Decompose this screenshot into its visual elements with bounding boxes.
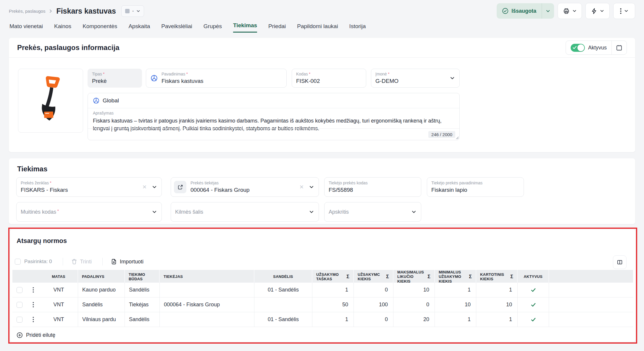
sigma-icon[interactable]: Σ xyxy=(346,274,349,279)
print-button[interactable] xyxy=(558,3,582,19)
row-menu-button[interactable] xyxy=(31,286,36,294)
resize-handle-icon[interactable] xyxy=(456,136,459,139)
chevron-down-icon[interactable] xyxy=(309,185,314,189)
supplier-item-name-label: Tiekėjo prekės pavadinimas xyxy=(431,181,519,186)
supplier-field[interactable]: Prekės tiekėjas 000064 - Fiskars Group ✕ xyxy=(171,177,319,197)
cell-padalinys: Kauno parduo xyxy=(78,283,125,297)
tab-bar: Mato vienetaiKainosKomponentėsApskaitaPa… xyxy=(9,21,366,33)
stock-norms-card: Atsargų normos Pasirinkta: 0 Trinti Impo… xyxy=(10,229,635,342)
tab-papildomi-laukai[interactable]: Papildomi laukai xyxy=(297,23,338,33)
type-label: Tipas xyxy=(92,72,138,77)
sigma-icon[interactable]: Σ xyxy=(510,274,513,279)
row-checkbox[interactable] xyxy=(17,317,22,323)
description-footer: 246 / 2000 xyxy=(88,128,459,140)
delete-button[interactable]: Trinti xyxy=(71,259,92,265)
tab-mato-vienetai[interactable]: Mato vienetai xyxy=(9,23,43,33)
column-label: TIEKIMO BŪDAS xyxy=(129,272,155,281)
row-checkbox[interactable] xyxy=(17,302,22,308)
column-settings-button[interactable] xyxy=(613,255,627,269)
clear-x-icon[interactable]: ✕ xyxy=(142,184,147,190)
column-header-minimalus_uzsakymo_kiekis[interactable]: MINIMALUS UŽSAKYMO KIEKISΣ xyxy=(435,270,476,284)
cell-kartotinis_kiekis: 1 xyxy=(476,312,518,327)
sigma-icon[interactable]: Σ xyxy=(427,274,430,279)
actions-button[interactable] xyxy=(585,3,610,19)
chevron-down-icon[interactable] xyxy=(450,76,455,80)
supplier-item-code-field[interactable]: Tiekėjo prekės kodas FS/55898 xyxy=(324,177,421,197)
column-header-matas[interactable]: MATAS xyxy=(40,270,78,284)
customs-code-field[interactable]: Muitinės kodas xyxy=(16,202,162,222)
saved-dropdown-button[interactable] xyxy=(542,3,554,19)
table-row: VNTVilniaus parduSandėlis01 - Sandėlis10… xyxy=(12,312,633,327)
origin-country-field[interactable]: Kilmės šalis xyxy=(171,202,319,222)
tab-tiekimas[interactable]: Tiekimas xyxy=(233,22,257,33)
cell-tiekimo_budas: Sandėlis xyxy=(125,283,160,297)
active-toggle-label: Aktyvus xyxy=(588,45,607,51)
supplier-item-name-field[interactable]: Tiekėjo prekės pavadinimas Fiskarsin lap… xyxy=(427,177,524,197)
sigma-icon[interactable]: Σ xyxy=(386,274,389,279)
add-row-button[interactable]: Pridėti eilutę xyxy=(17,330,55,340)
column-header-tiekejas[interactable]: TIEKĖJAS xyxy=(160,270,254,284)
row-menu-button[interactable] xyxy=(31,301,36,309)
tab-priedai[interactable]: Priedai xyxy=(268,23,286,33)
toggle-switch[interactable] xyxy=(571,44,585,52)
more-menu-button[interactable] xyxy=(613,3,635,19)
top-bar: Prekės, paslaugos Fiskars kastuvas - Išs… xyxy=(9,2,635,20)
county-field[interactable]: Apskritis xyxy=(324,202,421,222)
import-button[interactable]: Importuoti xyxy=(111,259,143,265)
open-supplier-button[interactable] xyxy=(174,181,186,193)
saved-button[interactable]: Išsaugota xyxy=(497,3,554,19)
chevron-down-icon[interactable] xyxy=(152,210,157,214)
cell-minimalus_uzsakymo_kiekis: 10 xyxy=(435,297,476,312)
column-label: KARTOTINIS KIEKIS xyxy=(480,272,508,281)
lightning-icon xyxy=(591,8,597,14)
active-toggle[interactable]: Aktyvus xyxy=(566,41,611,54)
row-checkbox[interactable] xyxy=(17,287,22,293)
tab-kainos[interactable]: Kainos xyxy=(54,23,71,33)
product-image[interactable] xyxy=(18,69,83,133)
select-all-checkbox[interactable] xyxy=(15,259,21,265)
column-header-padalinys[interactable]: PADALINYS xyxy=(78,270,125,284)
chevron-down-icon[interactable] xyxy=(411,210,416,214)
cell-aktyvus xyxy=(518,283,549,297)
chevron-down-icon[interactable] xyxy=(309,210,314,214)
sigma-icon[interactable]: Σ xyxy=(469,274,472,279)
company-field[interactable]: Įmonė G-DEMO xyxy=(371,69,460,88)
cell-maksimalus_likucio_kiekis: 0 xyxy=(393,297,435,312)
global-description-panel: Global Aprašymas Fiskars kastuvas – tvir… xyxy=(88,93,460,140)
type-field: Tipas Prekė xyxy=(88,69,142,88)
cell-uzsakymo_kiekis: 0 xyxy=(354,312,393,327)
tab-paveiksleliai[interactable]: Paveikslėliai xyxy=(161,23,192,33)
variant-dropdown[interactable]: - xyxy=(121,5,144,17)
clear-x-icon[interactable]: ✕ xyxy=(299,184,304,190)
add-row-label: Pridėti eilutę xyxy=(26,332,55,338)
cell-sandelis: 01 - Sandėlis xyxy=(254,312,312,327)
column-header-sandelis[interactable]: SANDĖLIS xyxy=(254,270,312,284)
global-label: Global xyxy=(103,97,119,104)
cell-uzsakymo_taskas: 1 xyxy=(312,312,354,327)
column-header-tiekimo_budas[interactable]: TIEKIMO BŪDAS xyxy=(125,270,160,284)
code-field[interactable]: Kodas FISK-002 xyxy=(292,69,366,88)
column-header-maksimalus_likucio_kiekis[interactable]: MAKSIMALUS LIKUČIO KIEKISΣ xyxy=(393,270,435,284)
variant-value: - xyxy=(132,8,134,14)
column-header-uzsakymo_taskas[interactable]: UŽSAKYMO TAŠKASΣ xyxy=(312,270,354,284)
globe-icon xyxy=(151,75,158,82)
tab-apskaita[interactable]: Apskaita xyxy=(128,23,150,33)
column-header-uzsakymo_kiekis[interactable]: UŽSAKYMC KIEKISΣ xyxy=(354,270,393,284)
brand-field[interactable]: Prekės ženklas FISKARS - Fiskars ✕ xyxy=(16,177,162,197)
globe-icon xyxy=(93,97,99,104)
customs-code-label: Muitinės kodas xyxy=(21,209,157,215)
row-menu-button[interactable] xyxy=(31,315,36,323)
column-label: MINIMALUS UŽSAKYMO KIEKIS xyxy=(439,270,467,284)
tab-grupes[interactable]: Grupės xyxy=(204,23,222,33)
tab-istorija[interactable]: Istorija xyxy=(349,23,366,33)
cell-minimalus_uzsakymo_kiekis: 1 xyxy=(435,312,476,327)
column-header-aktyvus[interactable]: AKTYVUS xyxy=(518,270,549,284)
row-menu-cell xyxy=(27,312,40,327)
chevron-down-icon[interactable] xyxy=(152,185,157,189)
column-header-kartotinis_kiekis[interactable]: KARTOTINIS KIEKISΣ xyxy=(476,270,518,284)
calendar-button[interactable] xyxy=(612,41,627,54)
breadcrumb-parent-link[interactable]: Prekės, paslaugos xyxy=(9,9,45,14)
cell-matas: VNT xyxy=(40,312,78,327)
tab-komponentes[interactable]: Komponentės xyxy=(83,23,117,33)
name-field[interactable]: Pavadinimas Fiskars kastuvas xyxy=(146,69,287,88)
